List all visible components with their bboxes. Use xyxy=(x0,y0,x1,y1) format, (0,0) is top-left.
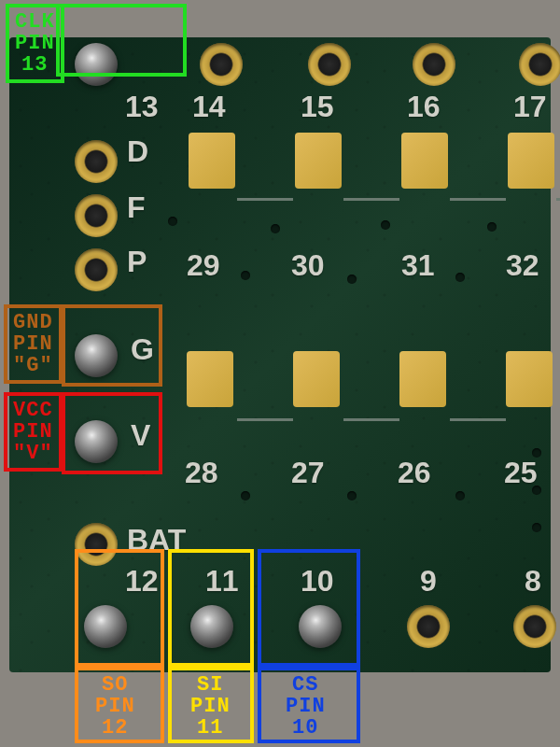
clk-label-line3: 13 xyxy=(15,54,55,76)
silk-8: 8 xyxy=(525,564,541,599)
cs-label-border xyxy=(258,667,360,743)
via xyxy=(455,491,465,500)
pin-d-hole xyxy=(75,140,118,183)
silk-31: 31 xyxy=(401,248,435,283)
smd-pad xyxy=(189,133,235,189)
gnd-overlay xyxy=(62,304,162,387)
via xyxy=(532,448,541,458)
vcc-label-line1: VCC xyxy=(13,400,53,421)
pcb-trace xyxy=(450,198,506,201)
silk-14: 14 xyxy=(192,90,226,124)
silk-25: 25 xyxy=(504,456,538,490)
smd-pad xyxy=(399,351,446,407)
via xyxy=(381,220,390,230)
pin-15-hole xyxy=(308,43,351,86)
vcc-label-line3: "V" xyxy=(13,443,53,464)
pcb-trace xyxy=(556,198,560,201)
via xyxy=(487,222,497,232)
clk-label-line2: PIN xyxy=(15,33,55,54)
pin-f-hole xyxy=(75,194,118,237)
via xyxy=(241,271,250,280)
gnd-label: GND PIN "G" xyxy=(4,304,63,384)
silk-28: 28 xyxy=(185,456,218,490)
via xyxy=(347,491,357,500)
clk-overlay xyxy=(56,4,187,77)
cs-overlay xyxy=(258,549,360,667)
si-overlay xyxy=(168,549,254,667)
via xyxy=(168,217,177,226)
pin-14-hole xyxy=(200,43,243,86)
clk-label-line1: CLK xyxy=(15,11,55,33)
gnd-label-line3: "G" xyxy=(13,355,53,376)
silk-f: F xyxy=(127,190,146,225)
smd-pad xyxy=(293,351,340,407)
vcc-label-line2: PIN xyxy=(13,421,53,443)
pcb-trace xyxy=(450,418,506,421)
pin-8-hole xyxy=(513,605,556,648)
silk-29: 29 xyxy=(187,248,220,283)
gnd-label-line1: GND xyxy=(13,312,53,333)
silk-9: 9 xyxy=(420,564,437,599)
vcc-overlay xyxy=(62,392,162,474)
smd-pad xyxy=(508,133,554,189)
smd-pad xyxy=(187,351,233,407)
pcb-trace xyxy=(237,198,293,201)
silk-p: P xyxy=(127,245,147,279)
silk-13: 13 xyxy=(125,90,159,124)
so-overlay xyxy=(75,549,164,667)
pin-9-hole xyxy=(407,605,450,648)
gnd-label-line2: PIN xyxy=(13,333,53,355)
via xyxy=(532,523,541,532)
vcc-label: VCC PIN "V" xyxy=(4,392,63,472)
via xyxy=(347,275,357,284)
silk-16: 16 xyxy=(407,90,441,124)
silk-27: 27 xyxy=(291,456,325,490)
via xyxy=(455,273,465,282)
pin-17-hole xyxy=(519,43,560,86)
silk-d: D xyxy=(127,134,148,169)
pin-16-hole xyxy=(413,43,455,86)
silk-26: 26 xyxy=(398,456,431,490)
silk-17: 17 xyxy=(513,90,547,124)
smd-pad xyxy=(401,133,448,189)
smd-pad xyxy=(295,133,342,189)
pcb-trace xyxy=(343,198,399,201)
via xyxy=(241,491,250,500)
silk-30: 30 xyxy=(291,248,325,283)
so-label-border xyxy=(75,667,164,743)
pcb-trace xyxy=(237,418,293,421)
smd-pad xyxy=(506,351,553,407)
silk-15: 15 xyxy=(301,90,334,124)
pin-p-hole xyxy=(75,248,118,291)
via xyxy=(532,486,541,495)
pcb-trace xyxy=(343,418,399,421)
si-label-border xyxy=(168,667,254,743)
silk-32: 32 xyxy=(506,248,539,283)
via xyxy=(271,224,280,233)
